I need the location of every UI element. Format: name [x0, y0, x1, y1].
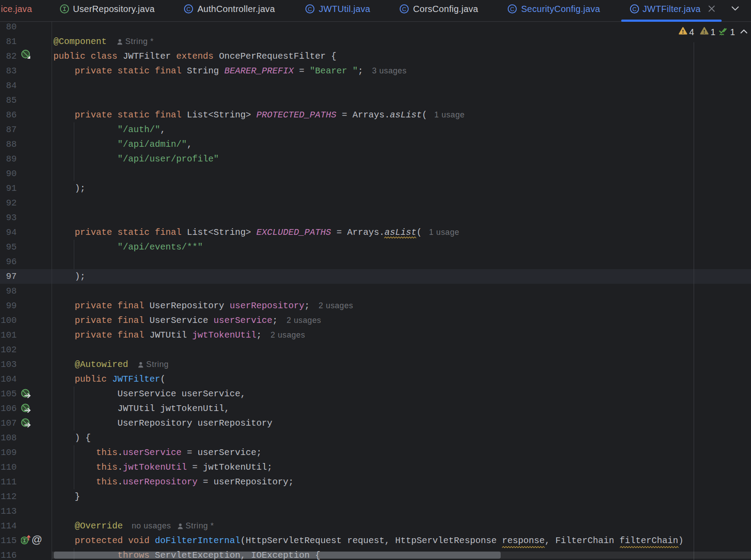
svg-text:C: C — [632, 6, 636, 12]
svg-text:C: C — [186, 6, 190, 12]
svg-text:@: @ — [32, 535, 42, 545]
svg-text:C: C — [510, 6, 514, 12]
svg-text:C: C — [402, 6, 406, 12]
svg-text:C: C — [308, 6, 312, 12]
